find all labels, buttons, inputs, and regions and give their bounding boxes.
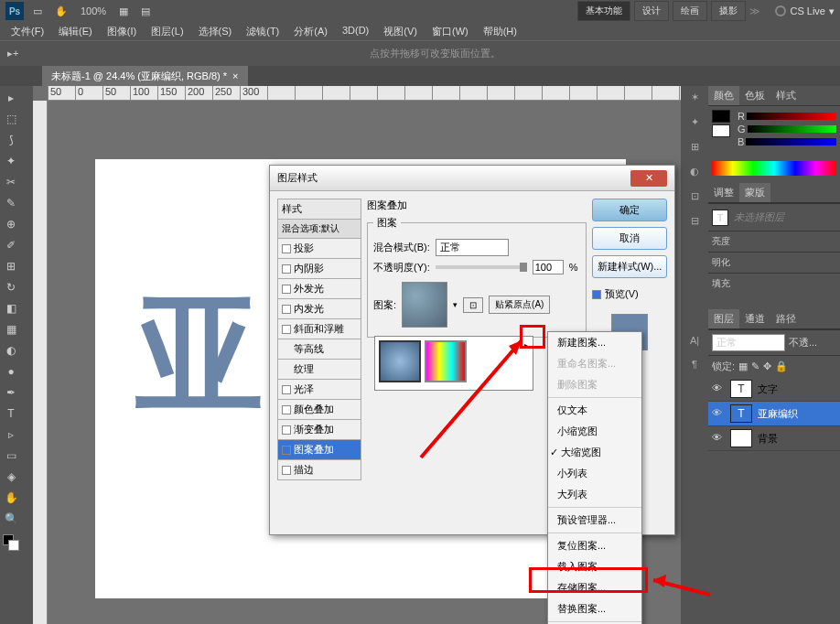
tab-style[interactable]: 样式 bbox=[770, 86, 802, 105]
zoom-value[interactable]: 100% bbox=[81, 5, 106, 16]
frame-icon[interactable]: ▭ bbox=[33, 5, 42, 17]
style-coloroverlay[interactable]: 颜色叠加 bbox=[277, 400, 361, 420]
pattern-option-rainbow[interactable] bbox=[425, 340, 467, 382]
new-pattern-btn[interactable]: ⊡ bbox=[463, 297, 483, 313]
stamp-tool[interactable]: ⊞ bbox=[0, 256, 22, 276]
lock-paint-icon[interactable]: ✎ bbox=[751, 360, 759, 372]
tab-color[interactable]: 颜色 bbox=[708, 86, 739, 105]
tab-swatch[interactable]: 色板 bbox=[739, 86, 770, 105]
context-menu-item[interactable]: 存储图案... bbox=[548, 577, 641, 598]
workspace-basic-button[interactable]: 基本功能 bbox=[577, 1, 630, 21]
pattern-option-bubbles[interactable] bbox=[379, 340, 421, 382]
blend-mode-select[interactable]: 正常 bbox=[712, 334, 785, 351]
context-menu-item[interactable]: 预设管理器... bbox=[548, 510, 641, 531]
history-tool[interactable]: ↻ bbox=[0, 277, 22, 297]
bg-swatch[interactable] bbox=[712, 124, 730, 137]
menu-layer[interactable]: 图层(L) bbox=[144, 22, 190, 40]
styles-header[interactable]: 样式 bbox=[277, 199, 361, 220]
blend-select[interactable]: 正常 bbox=[436, 239, 509, 256]
style-gradoverlay[interactable]: 渐变叠加 bbox=[277, 420, 361, 440]
menu-help[interactable]: 帮助(H) bbox=[476, 22, 524, 40]
ok-button[interactable]: 确定 bbox=[592, 199, 667, 221]
pen-tool[interactable]: ✒ bbox=[0, 382, 22, 403]
context-menu-item[interactable]: 小缩览图 bbox=[548, 421, 641, 442]
brush-tool[interactable]: ✐ bbox=[0, 235, 22, 255]
brushes-icon[interactable]: ⊡ bbox=[691, 190, 699, 202]
dialog-close-button[interactable]: ✕ bbox=[630, 170, 667, 187]
blur-tool[interactable]: ◐ bbox=[0, 340, 22, 360]
type-tool[interactable]: T bbox=[0, 403, 22, 424]
dodge-tool[interactable]: ● bbox=[0, 361, 22, 382]
lock-move-icon[interactable]: ✥ bbox=[763, 360, 771, 372]
dialog-titlebar[interactable]: 图层样式 ✕ bbox=[270, 166, 674, 191]
history-icon[interactable]: ✶ bbox=[691, 91, 699, 103]
workspace-photo-button[interactable]: 摄影 bbox=[711, 1, 746, 21]
eraser-tool[interactable]: ◧ bbox=[0, 298, 22, 318]
context-menu-item[interactable]: 大列表 bbox=[548, 484, 641, 505]
path-tool[interactable]: ▹ bbox=[0, 425, 22, 445]
shape-tool[interactable]: ▭ bbox=[0, 446, 22, 466]
menu-image[interactable]: 图像(I) bbox=[100, 22, 144, 40]
popup-flyout-icon[interactable]: ▸ bbox=[524, 340, 529, 386]
style-stroke[interactable]: 描边 bbox=[277, 460, 361, 480]
menu-3d[interactable]: 3D(D) bbox=[335, 22, 376, 40]
tab-layers[interactable]: 图层 bbox=[708, 309, 739, 328]
style-satin[interactable]: 光泽 bbox=[277, 380, 361, 400]
visibility-icon[interactable]: 👁 bbox=[712, 382, 725, 395]
menu-window[interactable]: 窗口(W) bbox=[425, 22, 476, 40]
pattern-thumb[interactable] bbox=[402, 282, 447, 328]
workspace-design-button[interactable]: 设计 bbox=[634, 1, 669, 21]
doc-icon[interactable]: ▤ bbox=[141, 5, 150, 17]
menu-edit[interactable]: 编辑(E) bbox=[51, 22, 100, 40]
r-slider[interactable] bbox=[747, 113, 836, 120]
opacity-input[interactable] bbox=[533, 260, 564, 274]
style-outerglow[interactable]: 外发光 bbox=[277, 279, 361, 299]
workspace-paint-button[interactable]: 绘画 bbox=[673, 1, 707, 21]
new-style-button[interactable]: 新建样式(W)... bbox=[592, 255, 667, 278]
context-menu-item[interactable]: 载入图案... bbox=[548, 556, 641, 577]
tab-adjust[interactable]: 调整 bbox=[708, 183, 739, 202]
swatches-tool[interactable] bbox=[0, 530, 22, 555]
context-menu-item[interactable]: 复位图案... bbox=[548, 535, 641, 556]
spectrum-bar[interactable] bbox=[712, 161, 836, 176]
context-menu-item[interactable]: 新建图案... bbox=[548, 332, 641, 353]
heal-tool[interactable]: ⊕ bbox=[0, 214, 22, 234]
3d-tool[interactable]: ◈ bbox=[0, 467, 22, 487]
clone-icon[interactable]: ⊟ bbox=[691, 215, 699, 227]
context-menu-item[interactable]: 大缩览图 bbox=[548, 442, 641, 463]
gradient-tool[interactable]: ▦ bbox=[0, 319, 22, 339]
style-innershadow[interactable]: 内阴影 bbox=[277, 259, 361, 279]
actions-icon[interactable]: ✦ bbox=[691, 116, 699, 128]
lock-all-icon[interactable]: 🔒 bbox=[775, 360, 788, 372]
brush-preset-icon[interactable]: ◐ bbox=[690, 166, 699, 178]
style-innerglow[interactable]: 内发光 bbox=[277, 299, 361, 319]
context-menu-item[interactable]: 替换图案... bbox=[548, 598, 641, 619]
menu-filter[interactable]: 滤镜(T) bbox=[239, 22, 286, 40]
crop-tool[interactable]: ✂ bbox=[0, 172, 22, 192]
style-contour[interactable]: 等高线 bbox=[277, 339, 361, 360]
opacity-slider[interactable] bbox=[436, 265, 527, 269]
blend-default[interactable]: 混合选项:默认 bbox=[277, 220, 361, 239]
menu-select[interactable]: 选择(S) bbox=[191, 22, 240, 40]
g-slider[interactable] bbox=[748, 125, 836, 133]
marquee-tool[interactable]: ⬚ bbox=[0, 109, 22, 129]
document-tab[interactable]: 未标题-1 @ 24.4% (亚麻编织, RGB/8) * × bbox=[42, 66, 248, 86]
eyedropper-tool[interactable]: ✎ bbox=[0, 193, 22, 213]
context-menu-item[interactable]: 小列表 bbox=[548, 463, 641, 484]
layer-row[interactable]: 👁 T 文字 bbox=[708, 377, 840, 402]
lock-trans-icon[interactable]: ▦ bbox=[738, 360, 748, 372]
visibility-icon[interactable]: 👁 bbox=[712, 407, 725, 420]
char-icon[interactable]: A| bbox=[690, 335, 699, 346]
layer-row[interactable]: 👁 背景 bbox=[708, 426, 840, 451]
hand-tool[interactable]: ✋ bbox=[0, 488, 22, 508]
para-icon[interactable]: ¶ bbox=[692, 359, 697, 370]
wand-tool[interactable]: ✦ bbox=[0, 151, 22, 171]
move-tool[interactable]: ▸ bbox=[0, 88, 22, 108]
fg-swatch[interactable] bbox=[712, 110, 730, 123]
tab-channels[interactable]: 通道 bbox=[739, 309, 770, 328]
context-menu-item[interactable]: 仅文本 bbox=[548, 400, 641, 421]
hand-icon[interactable]: ✋ bbox=[55, 5, 68, 17]
tab-close-icon[interactable]: × bbox=[232, 70, 238, 81]
cancel-button[interactable]: 取消 bbox=[592, 227, 667, 250]
style-dropshadow[interactable]: 投影 bbox=[277, 239, 361, 259]
